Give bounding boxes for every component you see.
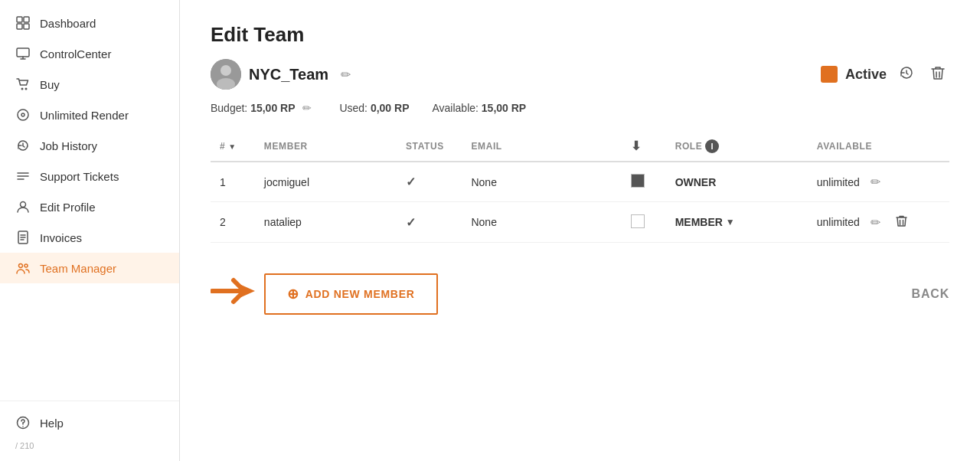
- team-name: NYC_Team: [249, 66, 328, 83]
- help-icon: [15, 415, 31, 430]
- sidebar-item-support-tickets[interactable]: Support Tickets: [0, 161, 179, 191]
- team-icon: [15, 260, 31, 276]
- svg-point-5: [21, 88, 24, 90]
- grid-icon: [15, 15, 31, 31]
- sidebar-item-unlimited-render[interactable]: Unlimited Render: [0, 100, 179, 130]
- main-content: Edit Team NYC_Team ✏ Active: [180, 0, 980, 461]
- status-indicator: [821, 66, 838, 83]
- available-value: 15,00 RP: [482, 102, 526, 114]
- sidebar-item-label: Unlimited Render: [40, 109, 129, 122]
- svg-rect-3: [24, 24, 29, 29]
- sidebar-item-label: Invoices: [40, 231, 82, 244]
- available-val: unlimited: [817, 176, 860, 188]
- svg-point-18: [24, 264, 28, 267]
- row-status: ✓: [397, 202, 462, 243]
- role-label: MEMBER: [675, 216, 723, 228]
- col-header-available: AVAILABLE: [808, 131, 949, 162]
- avatar: [211, 59, 241, 90]
- sidebar-item-label: Job History: [40, 139, 97, 152]
- row-member: nataliep: [255, 202, 397, 243]
- table-header: # ▼ MEMBER STATUS EMAIL ⬇ ROLE i AVAILAB…: [211, 131, 949, 162]
- col-header-role: ROLE i: [666, 131, 808, 162]
- edit-team-name-button[interactable]: ✏: [336, 66, 355, 83]
- sidebar-item-label: ControlCenter: [40, 47, 111, 60]
- budget-value: 15,00 RP: [250, 102, 295, 114]
- sidebar-item-label: Team Manager: [40, 262, 116, 275]
- used-value: 0,00 RP: [371, 102, 410, 114]
- status-row: Active: [821, 64, 949, 86]
- add-member-label: ADD NEW MEMBER: [305, 288, 415, 300]
- svg-point-12: [21, 202, 26, 208]
- table-row: 2 nataliep ✓ None MEMBER ▼ unli: [211, 202, 949, 243]
- add-member-area: ⊕ ADD NEW MEMBER: [211, 273, 438, 315]
- sidebar-item-label: Edit Profile: [40, 201, 96, 214]
- plus-icon: ⊕: [287, 286, 299, 302]
- checkbox-icon[interactable]: [631, 214, 645, 228]
- checkbox-icon[interactable]: [631, 174, 645, 188]
- status-check-icon: ✓: [406, 216, 416, 229]
- row-checkbox[interactable]: [622, 162, 666, 202]
- sidebar-item-invoices[interactable]: Invoices: [0, 222, 179, 253]
- edit-available-button[interactable]: ✏: [866, 173, 885, 191]
- role-label: OWNER: [675, 176, 717, 188]
- list-icon: [15, 168, 31, 184]
- sidebar-item-buy[interactable]: Buy: [0, 69, 179, 100]
- members-table: # ▼ MEMBER STATUS EMAIL ⬇ ROLE i AVAILAB…: [211, 131, 949, 243]
- page-title: Edit Team: [211, 23, 949, 47]
- sidebar-item-edit-profile[interactable]: Edit Profile: [0, 191, 179, 222]
- row-role: MEMBER ▼: [666, 202, 808, 243]
- sidebar-item-label: Dashboard: [40, 17, 96, 30]
- sidebar-item-dashboard[interactable]: Dashboard: [0, 8, 179, 38]
- row-status: ✓: [397, 162, 462, 202]
- back-button[interactable]: BACK: [912, 287, 949, 301]
- svg-rect-1: [24, 17, 29, 22]
- delete-team-button[interactable]: [926, 64, 949, 86]
- sort-arrow-icon: ▼: [228, 142, 237, 151]
- svg-point-22: [220, 65, 231, 76]
- sidebar-item-label: Help: [40, 417, 64, 430]
- delete-member-button[interactable]: [891, 213, 912, 231]
- available-label: Available:: [432, 102, 478, 114]
- history-button[interactable]: [894, 64, 919, 86]
- svg-point-8: [21, 113, 24, 116]
- svg-rect-4: [17, 48, 29, 57]
- role-dropdown-button[interactable]: ▼: [726, 217, 735, 227]
- budget-row: Budget: 15,00 RP ✏ Used: 0,00 RP Availab…: [211, 100, 949, 116]
- svg-point-20: [22, 426, 24, 427]
- svg-marker-24: [241, 285, 255, 297]
- svg-point-7: [18, 110, 28, 120]
- sidebar-item-label: Support Tickets: [40, 170, 119, 183]
- sidebar-item-job-history[interactable]: Job History: [0, 130, 179, 161]
- budget-label: Budget:: [211, 102, 247, 114]
- col-header-num[interactable]: # ▼: [211, 131, 255, 162]
- col-header-download: ⬇: [622, 131, 666, 162]
- col-header-email: EMAIL: [462, 131, 621, 162]
- row-member: jocmiguel: [255, 162, 397, 202]
- role-info-icon[interactable]: i: [705, 139, 719, 153]
- footer-text: / 210: [0, 438, 179, 453]
- sidebar: Dashboard ControlCenter Buy Unlimit: [0, 0, 180, 461]
- disc-icon: [15, 107, 31, 123]
- row-email: None: [462, 162, 621, 202]
- sidebar-item-control-center[interactable]: ControlCenter: [0, 38, 179, 69]
- svg-rect-0: [17, 17, 22, 22]
- team-name-row: NYC_Team ✏: [211, 59, 355, 90]
- col-header-member: MEMBER: [255, 131, 397, 162]
- history-icon: [15, 138, 31, 153]
- edit-budget-button[interactable]: ✏: [298, 100, 316, 116]
- cart-icon: [15, 77, 31, 92]
- sidebar-item-team-manager[interactable]: Team Manager: [0, 253, 179, 283]
- add-member-button[interactable]: ⊕ ADD NEW MEMBER: [264, 273, 438, 315]
- status-check-icon: ✓: [406, 175, 416, 188]
- row-checkbox[interactable]: [622, 202, 666, 243]
- available-val: unlimited: [817, 216, 860, 228]
- row-available: unlimited ✏: [808, 202, 949, 243]
- download-icon: ⬇: [631, 139, 642, 152]
- person-icon: [15, 199, 31, 214]
- sidebar-item-help[interactable]: Help: [0, 407, 179, 438]
- edit-available-button[interactable]: ✏: [866, 214, 885, 231]
- row-available: unlimited ✏: [808, 162, 949, 202]
- svg-rect-2: [17, 24, 22, 29]
- monitor-icon: [15, 46, 31, 61]
- row-role: OWNER: [666, 162, 808, 202]
